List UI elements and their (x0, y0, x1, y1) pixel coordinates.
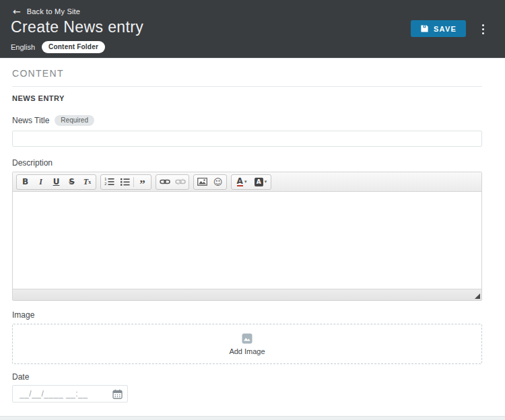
bulleted-list-button[interactable] (117, 175, 133, 189)
back-arrow-icon: ← (13, 7, 21, 16)
news-title-input[interactable] (12, 131, 482, 147)
strikethrough-button[interactable]: S (64, 175, 79, 189)
text-color-letter: A (237, 178, 243, 186)
toolbar-group-lists: 1 2 (100, 174, 152, 190)
header-meta-row: English Content Folder (11, 41, 494, 53)
save-button-label: SAVE (434, 25, 457, 33)
create-news-entry-page: ← Back to My Site Create News entry Engl… (0, 0, 505, 420)
background-color-letter: A (255, 178, 263, 186)
blockquote-button[interactable]: ” (135, 175, 150, 189)
toolbar-group-links (156, 174, 189, 190)
add-image-label: Add Image (229, 347, 265, 355)
language-label: English (11, 43, 35, 51)
description-label: Description (12, 158, 482, 168)
news-title-label: News Title (12, 116, 49, 125)
page-header: ← Back to My Site Create News entry Engl… (0, 0, 505, 59)
next-section-edge (0, 416, 505, 420)
news-title-label-row: News Title Required (12, 115, 482, 126)
numbered-list-button[interactable]: 1 2 (102, 175, 117, 189)
save-button[interactable]: SAVE (411, 20, 466, 37)
toolbar-group-colors: A ▾ A ▾ (231, 174, 271, 190)
editor-statusbar (13, 289, 481, 300)
save-icon (420, 24, 429, 33)
italic-button[interactable]: I (33, 175, 48, 189)
link-button[interactable] (157, 175, 172, 189)
section-heading: CONTENT (12, 68, 482, 79)
svg-text:1: 1 (104, 177, 107, 181)
smiley-button[interactable]: ☺ (210, 175, 226, 189)
kebab-menu-icon[interactable] (481, 23, 485, 36)
chevron-down-icon: ▾ (244, 179, 247, 184)
description-editor: B I U S Tx 1 2 (12, 172, 482, 301)
remove-format-button[interactable]: Tx (79, 175, 95, 189)
date-label: Date (12, 372, 482, 382)
background-color-button[interactable]: A ▾ (251, 175, 270, 189)
add-image-dropzone[interactable]: Add Image (12, 324, 482, 364)
section-divider (12, 86, 482, 87)
toolbar-group-media: ☺ (193, 174, 227, 190)
image-label: Image (12, 310, 482, 320)
underline-button[interactable]: U (48, 175, 64, 189)
date-input[interactable] (12, 385, 128, 403)
content-panel: CONTENT NEWS ENTRY News Title Required D… (0, 68, 505, 403)
bold-button[interactable]: B (18, 175, 33, 189)
editor-toolbar: B I U S Tx 1 2 (13, 172, 481, 192)
toolbar-group-text-style: B I U S Tx (16, 174, 96, 190)
required-badge: Required (55, 115, 94, 126)
remove-format-letter: T (83, 177, 88, 187)
unlink-button[interactable] (172, 175, 188, 189)
entity-heading: NEWS ENTRY (12, 94, 482, 102)
back-link[interactable]: ← Back to My Site (13, 7, 494, 16)
collection-badge: Content Folder (42, 41, 105, 53)
text-color-button[interactable]: A ▾ (232, 175, 251, 189)
chevron-down-icon: ▾ (265, 179, 267, 184)
calendar-icon[interactable] (112, 389, 123, 399)
resize-grip[interactable] (475, 293, 480, 299)
date-field (12, 385, 128, 403)
insert-image-button[interactable] (195, 175, 210, 189)
image-placeholder-icon (242, 333, 252, 344)
toolbar-separator (133, 177, 134, 187)
description-editable-area[interactable] (13, 192, 481, 289)
remove-format-sub: x (88, 179, 91, 185)
back-link-label: Back to My Site (27, 7, 80, 15)
svg-text:2: 2 (104, 182, 107, 186)
